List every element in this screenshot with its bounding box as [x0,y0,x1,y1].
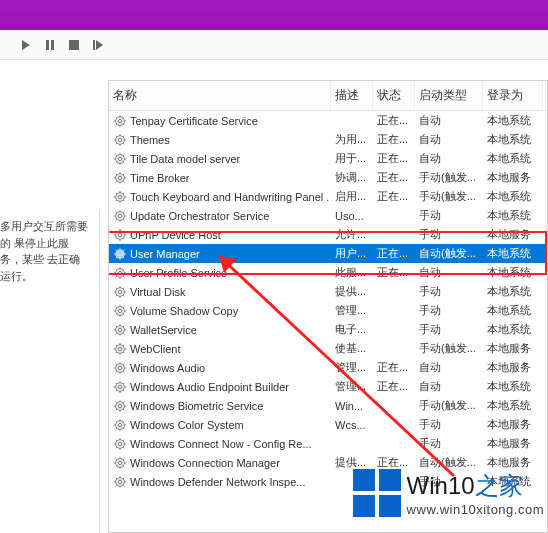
svg-line-161 [123,409,124,410]
service-row[interactable]: WalletService电子...手动本地系统 [109,320,547,339]
service-logon-cell: 本地系统 [483,186,543,207]
svg-line-141 [123,371,124,372]
header-desc[interactable]: 描述 [331,81,373,110]
svg-line-110 [116,306,117,307]
service-desc-cell: 此服... [331,262,373,283]
service-desc-cell: 使基... [331,338,373,359]
service-desc-cell: 允许... [331,224,373,245]
svg-line-160 [116,401,117,402]
service-row[interactable]: Tile Data model server用于...正在...自动本地系统 [109,149,547,168]
svg-line-92 [116,276,117,277]
service-status-cell [373,422,415,428]
service-row[interactable]: Themes为用...正在...自动本地系统 [109,130,547,149]
svg-rect-3 [93,40,95,50]
play2-button[interactable] [88,35,108,55]
service-name-cell: Windows Connect Now - Config Re... [109,434,331,454]
service-startup-cell: 自动 [415,262,483,283]
service-logon-cell: 本地系统 [483,111,543,131]
service-row[interactable]: Windows Biometric ServiceWin...手动(触发...本… [109,396,547,415]
service-desc-cell: 协调... [331,167,373,188]
service-startup-cell: 手动 [415,205,483,226]
svg-line-23 [123,135,124,136]
service-desc-cell [331,441,373,447]
svg-line-100 [116,287,117,288]
service-name-cell: Tenpay Certificate Service [109,111,331,131]
service-logon-cell: 本地服务 [483,357,543,378]
service-name-cell: Windows Biometric Service [109,396,331,416]
play-button[interactable] [16,35,36,55]
service-name-cell: Touch Keyboard and Handwriting Panel ... [109,187,331,207]
header-logon[interactable]: 登录为 [483,81,543,110]
service-desc-cell: 提供... [331,281,373,302]
svg-line-112 [116,314,117,315]
svg-rect-0 [46,40,49,50]
svg-line-82 [116,257,117,258]
svg-line-22 [116,143,117,144]
service-status-cell [373,213,415,219]
svg-line-102 [116,295,117,296]
window-title-bar[interactable] [0,0,548,30]
service-row[interactable]: Windows Connect Now - Config Re...手动本地服务 [109,434,547,453]
service-startup-cell: 手动 [415,414,483,435]
media-toolbar [0,30,548,60]
stop-button[interactable] [64,35,84,55]
service-name-cell: Update Orchestrator Service [109,206,331,226]
header-name[interactable]: 名称 [109,81,331,110]
service-row[interactable]: Volume Shadow Copy管理...手动本地系统 [109,301,547,320]
svg-line-52 [116,200,117,201]
service-startup-cell: 手动(触发... [415,167,483,188]
service-row[interactable]: User Profile Service此服...正在...自动本地系统 [109,263,547,282]
svg-line-32 [116,162,117,163]
service-row[interactable]: User Manager用户...正在...自动(触发...本地系统 [109,244,547,263]
service-row[interactable]: WebClient使基...手动(触发...本地服务 [109,339,547,358]
service-logon-cell: 本地系统 [483,300,543,321]
service-name-cell: Themes [109,130,331,150]
service-logon-cell: 本地系统 [483,376,543,397]
service-logon-cell: 本地服务 [483,224,543,245]
svg-line-40 [116,173,117,174]
svg-line-70 [116,230,117,231]
service-logon-cell: 本地服务 [483,338,543,359]
watermark-brand: Win10之家 [407,470,544,502]
service-status-cell [373,327,415,333]
svg-line-172 [116,428,117,429]
service-status-cell [373,232,415,238]
service-desc-cell: Win... [331,397,373,415]
header-startup[interactable]: 启动类型 [415,81,483,110]
service-desc-cell: 管理... [331,357,373,378]
svg-line-151 [123,390,124,391]
service-row[interactable]: Virtual Disk提供...手动本地系统 [109,282,547,301]
service-row[interactable]: Windows Color SystemWcs...手动本地服务 [109,415,547,434]
service-row[interactable]: Windows Audio Endpoint Builder管理...正在...… [109,377,547,396]
service-row[interactable]: Touch Keyboard and Handwriting Panel ...… [109,187,547,206]
service-logon-cell: 本地服务 [483,433,543,454]
list-body: Tenpay Certificate Service正在...自动本地系统The… [109,111,547,491]
service-startup-cell: 手动 [415,300,483,321]
header-status[interactable]: 状态 [373,81,415,110]
service-desc-cell: Wcs... [331,416,373,434]
service-status-cell: 正在... [373,243,415,264]
service-status-cell [373,308,415,314]
svg-line-190 [116,458,117,459]
service-row[interactable]: Update Orchestrator ServiceUso...手动本地系统 [109,206,547,225]
service-status-cell: 正在... [373,148,415,169]
svg-line-162 [116,409,117,410]
svg-line-131 [123,352,124,353]
service-status-cell: 正在... [373,376,415,397]
svg-line-192 [116,466,117,467]
svg-line-41 [123,181,124,182]
service-name-cell: UPnP Device Host [109,225,331,245]
list-header: 名称 描述 状态 启动类型 登录为 [109,81,547,111]
service-name-cell: Time Broker [109,168,331,188]
service-row[interactable]: Tenpay Certificate Service正在...自动本地系统 [109,111,547,130]
pause-button[interactable] [40,35,60,55]
svg-line-12 [116,124,117,125]
service-row[interactable]: UPnP Device Host允许...手动本地服务 [109,225,547,244]
service-row[interactable]: Time Broker协调...正在...手动(触发...本地服务 [109,168,547,187]
service-name-cell: Tile Data model server [109,149,331,169]
service-desc-cell: 用户... [331,243,373,264]
svg-line-132 [116,352,117,353]
service-status-cell: 正在... [373,129,415,150]
svg-line-80 [116,249,117,250]
service-row[interactable]: Windows Audio管理...正在...自动本地服务 [109,358,547,377]
